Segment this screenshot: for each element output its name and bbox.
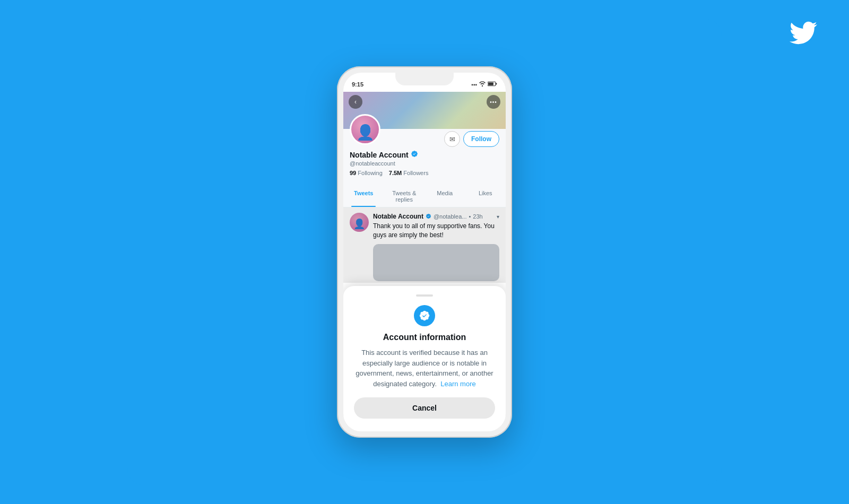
sheet-description: This account is verified because it has … [354, 347, 495, 389]
svg-rect-1 [496, 83, 497, 85]
battery-icon [488, 81, 497, 88]
profile-name-row: Notable Account [350, 150, 499, 159]
verified-badge-icon [414, 305, 435, 326]
tab-likes[interactable]: Likes [465, 185, 506, 207]
tweet-time: 23h [473, 213, 482, 220]
tweet-name: Notable Account [373, 213, 423, 220]
tab-tweets[interactable]: Tweets [343, 185, 384, 207]
message-button[interactable]: ✉ [444, 131, 460, 147]
status-time: 9:15 [352, 81, 363, 88]
follow-button[interactable]: Follow [463, 131, 499, 147]
background-card: 9:15 ▪▪▪ [127, 19, 722, 485]
sheet-handle [416, 294, 433, 297]
profile-handle: @notableaccount [350, 160, 499, 167]
phone-notch [395, 73, 454, 85]
verified-badge [411, 150, 418, 159]
profile-stats: 99 Following 7.5M Followers [350, 170, 499, 176]
tweet-avatar: 👤 [350, 213, 369, 232]
tweet-media-preview [373, 244, 499, 281]
tweet-item: 👤 Notable Account @notablea... • [343, 207, 506, 286]
learn-more-link[interactable]: Learn more [440, 380, 475, 388]
tweet-handle: @notablea... [434, 213, 467, 220]
tweet-header: Notable Account @notablea... • 23h ▾ [373, 213, 499, 220]
avatar: 👤 [350, 114, 380, 145]
tab-media[interactable]: Media [424, 185, 465, 207]
back-button[interactable]: ‹ [349, 95, 362, 109]
profile-info-section: 👤 ✉ Follow Notable Account [343, 129, 506, 185]
phone-frame: 9:15 ▪▪▪ [337, 66, 512, 438]
tab-tweets-replies[interactable]: Tweets & replies [384, 185, 425, 207]
wifi-icon [479, 81, 486, 88]
following-stat: 99 Following [350, 170, 383, 176]
tweet-dot: • [469, 213, 471, 220]
account-info-sheet: Account information This account is veri… [343, 286, 506, 431]
tweet-text: Thank you to all of my supportive fans. … [373, 222, 499, 240]
tweet-content: Notable Account @notablea... • 23h ▾ [373, 213, 499, 281]
sheet-title: Account information [354, 333, 495, 342]
more-options-button[interactable]: ••• [487, 95, 500, 109]
profile-name: Notable Account [350, 151, 409, 159]
profile-tabs: Tweets Tweets & replies Media Likes [343, 185, 506, 207]
signal-icon: ▪▪▪ [471, 82, 477, 88]
tweet-verified-icon [426, 213, 431, 220]
action-buttons: ✉ Follow [444, 131, 499, 147]
status-icons: ▪▪▪ [471, 81, 497, 88]
tweets-area: 👤 Notable Account @notablea... • [343, 207, 506, 431]
tweet-chevron-icon: ▾ [497, 214, 499, 220]
svg-rect-2 [488, 82, 493, 85]
cancel-button[interactable]: Cancel [354, 397, 495, 419]
profile-area: ‹ ••• 👤 ✉ Follow [343, 92, 506, 207]
twitter-logo-icon [790, 19, 817, 47]
followers-stat: 7.5M Followers [389, 170, 429, 176]
